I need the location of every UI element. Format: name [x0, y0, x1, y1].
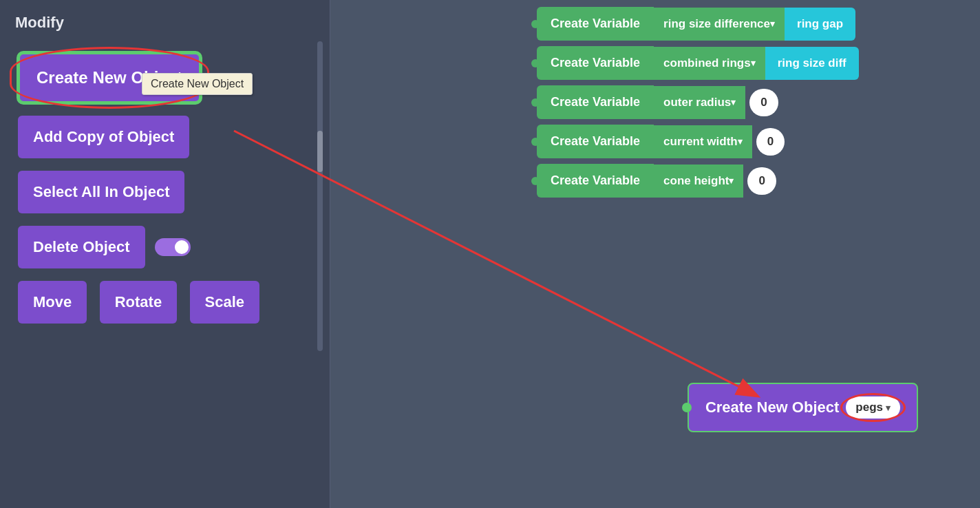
delete-toggle[interactable] — [155, 238, 191, 256]
rotate-block[interactable]: Rotate — [100, 281, 177, 324]
add-copy-of-object-block[interactable]: Add Copy of Object — [18, 116, 189, 158]
delete-label: Delete Object — [33, 238, 130, 255]
create-variable-btn-1[interactable]: Create Variable — [537, 7, 654, 41]
pegs-label: pegs — [855, 401, 883, 414]
create-variable-btn-3[interactable]: Create Variable — [537, 85, 654, 119]
var-value-ring-gap[interactable]: ring gap — [785, 8, 855, 41]
move-block[interactable]: Move — [18, 281, 87, 324]
bottom-block-label: Create New Object — [705, 399, 839, 416]
create-variable-btn-4[interactable]: Create Variable — [537, 125, 654, 158]
variable-blocks-container: Create Variable ring size difference rin… — [537, 7, 859, 203]
delete-object-block[interactable]: Delete Object — [18, 226, 145, 268]
scrollbar[interactable] — [317, 41, 323, 351]
variable-row-1: Create Variable ring size difference rin… — [537, 7, 859, 41]
main-canvas: Create Variable ring size difference rin… — [330, 0, 980, 508]
scrollbar-thumb — [317, 131, 323, 172]
bottom-create-new-object-block[interactable]: Create New Object pegs ▾ — [688, 383, 918, 432]
select-all-in-object-block[interactable]: Select All In Object — [18, 171, 184, 213]
var-value-outer-radius[interactable]: 0 — [749, 89, 778, 116]
var-name-current-width[interactable]: current width — [654, 125, 752, 158]
sidebar: Modify Create New Object Create New Obje… — [0, 0, 330, 508]
scale-label: Scale — [205, 293, 245, 310]
var-name-combined-rings[interactable]: combined rings — [654, 47, 765, 80]
pegs-pill[interactable]: pegs ▾ — [846, 396, 900, 419]
variable-row-3: Create Variable outer radius 0 — [537, 85, 859, 119]
create-variable-btn-2[interactable]: Create Variable — [537, 46, 654, 80]
select-all-label: Select All In Object — [33, 183, 169, 200]
variable-row-2: Create Variable combined rings ring size… — [537, 46, 859, 80]
scale-block[interactable]: Scale — [190, 281, 260, 324]
delete-object-row: Delete Object — [18, 226, 330, 268]
var-name-outer-radius[interactable]: outer radius — [654, 86, 745, 119]
create-new-object-wrapper: Create New Object Create New Object — [18, 52, 201, 103]
tooltip: Create New Object — [142, 73, 253, 95]
pegs-container: pegs ▾ — [846, 396, 900, 419]
var-name-cone-height[interactable]: cone height — [654, 165, 743, 198]
pegs-dropdown-arrow[interactable]: ▾ — [886, 403, 891, 413]
sidebar-title: Modify — [8, 8, 330, 37]
move-label: Move — [33, 293, 72, 310]
variable-row-5: Create Variable cone height 0 — [537, 164, 859, 198]
var-value-ring-size-diff[interactable]: ring size diff — [765, 47, 859, 80]
var-value-cone-height[interactable]: 0 — [747, 167, 776, 195]
var-value-current-width[interactable]: 0 — [756, 128, 785, 156]
var-name-ring-size-diff[interactable]: ring size difference — [654, 8, 785, 41]
bottom-create-object-container: Create New Object pegs ▾ — [688, 383, 918, 432]
create-variable-btn-5[interactable]: Create Variable — [537, 164, 654, 198]
rotate-label: Rotate — [115, 293, 162, 310]
add-copy-label: Add Copy of Object — [33, 128, 174, 145]
variable-row-4: Create Variable current width 0 — [537, 125, 859, 158]
